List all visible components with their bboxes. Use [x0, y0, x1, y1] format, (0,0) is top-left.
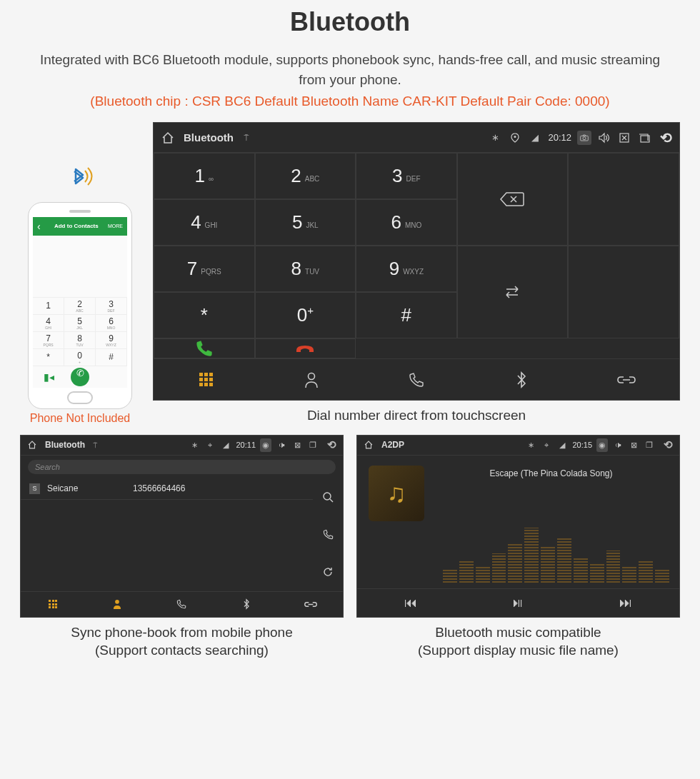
- music-column: A2DP ∗ ⌖ ◢ 20:15 ◉ 🕩 ⊠ ❐ ⟲ ♫ Escape (The…: [356, 435, 680, 660]
- key-7[interactable]: 7PQRS: [154, 246, 255, 292]
- nav-call-log[interactable]: [364, 359, 469, 400]
- nav-keypad[interactable]: [21, 592, 85, 617]
- more-label: MORE: [108, 223, 123, 228]
- status-title: Bluetooth: [184, 131, 234, 144]
- page-header: Bluetooth Integrated with BC6 Bluetooth …: [0, 0, 700, 118]
- phone-key-8: 8TUV: [64, 332, 96, 349]
- backspace-button[interactable]: [457, 153, 569, 246]
- wifi-icon: ◢: [220, 441, 231, 450]
- phonebook-caption: Sync phone-book from mobile phone(Suppor…: [20, 623, 344, 660]
- nav-link[interactable]: [279, 592, 343, 617]
- contact-row[interactable]: S Seicane 13566664466: [21, 478, 313, 500]
- volume-icon[interactable]: [597, 132, 611, 144]
- key-4[interactable]: 4GHI: [154, 199, 255, 246]
- phone-key-3: 3DEF: [96, 298, 127, 315]
- phonebook-screen: Bluetooth ⍑ ∗ ⌖ ◢ 20:11 ◉ 🕩 ⊠ ❐ ⟲ Search…: [20, 435, 344, 618]
- refresh-icon[interactable]: [322, 558, 334, 586]
- status-bar: A2DP ∗ ⌖ ◢ 20:15 ◉ 🕩 ⊠ ❐ ⟲: [357, 436, 679, 456]
- recent-apps-icon[interactable]: ❐: [644, 441, 655, 450]
- empty-cell: [568, 153, 679, 246]
- close-icon[interactable]: [617, 132, 631, 144]
- album-art: ♫: [369, 466, 424, 521]
- phone-column: ‹ Add to Contacts MORE 12ABC3DEF4GHI5JKL…: [20, 162, 140, 425]
- back-chevron-icon: ‹: [37, 221, 41, 232]
- nav-bluetooth[interactable]: [214, 592, 279, 617]
- back-icon[interactable]: ⟲: [662, 438, 674, 451]
- contact-list: S Seicane 13566664466: [21, 478, 313, 591]
- previous-button[interactable]: ⏮: [394, 591, 427, 615]
- volume-icon[interactable]: 🕩: [276, 441, 287, 449]
- back-icon[interactable]: ⟲: [326, 438, 337, 451]
- back-icon[interactable]: ⟲: [660, 129, 672, 146]
- clock: 20:11: [236, 441, 256, 449]
- next-button[interactable]: ⏭: [609, 591, 642, 615]
- nav-call-log[interactable]: [149, 592, 214, 617]
- phone-key-#: #: [96, 349, 127, 366]
- hangup-button[interactable]: [255, 338, 356, 358]
- key-0[interactable]: 0+: [255, 292, 356, 338]
- recent-apps-icon[interactable]: ❐: [307, 441, 319, 450]
- phone-key-2: 2ABC: [64, 298, 96, 315]
- bluetooth-status-icon: ∗: [488, 132, 502, 143]
- phonebook-column: Bluetooth ⍑ ∗ ⌖ ◢ 20:11 ◉ 🕩 ⊠ ❐ ⟲ Search…: [20, 435, 344, 660]
- location-icon: [508, 133, 522, 143]
- contact-number: 13566664466: [133, 483, 185, 493]
- key-8[interactable]: 8TUV: [255, 246, 356, 292]
- key-*[interactable]: *: [154, 292, 255, 338]
- swap-button[interactable]: [457, 246, 569, 338]
- camera-icon[interactable]: [577, 131, 591, 145]
- phone-key-9: 9WXYZ: [96, 332, 127, 349]
- svg-point-2: [583, 136, 586, 139]
- key-6[interactable]: 6MNO: [356, 199, 457, 246]
- play-pause-button[interactable]: ⏯: [501, 591, 534, 615]
- call-button[interactable]: [154, 338, 255, 358]
- page-specs: (Bluetooth chip : CSR BC6 Default Blueto…: [29, 94, 671, 109]
- player-controls: ⏮ ⏯ ⏭: [357, 588, 679, 617]
- phone-key-5: 5JKL: [64, 315, 96, 332]
- key-2[interactable]: 2ABC: [255, 153, 356, 199]
- close-icon[interactable]: ⊠: [628, 441, 639, 450]
- phone-mockup: ‹ Add to Contacts MORE 12ABC3DEF4GHI5JKL…: [28, 202, 132, 409]
- svg-point-6: [324, 493, 331, 500]
- usb-icon: ⍑: [239, 132, 254, 143]
- bottom-nav: [21, 591, 343, 617]
- music-screen: A2DP ∗ ⌖ ◢ 20:15 ◉ 🕩 ⊠ ❐ ⟲ ♫ Escape (The…: [356, 435, 680, 618]
- music-note-icon: ♫: [387, 478, 406, 508]
- phone-key-4: 4GHI: [33, 315, 64, 332]
- close-icon[interactable]: ⊠: [291, 441, 303, 450]
- volume-icon[interactable]: 🕩: [612, 441, 624, 449]
- location-icon: ⌖: [204, 441, 216, 450]
- phone-key-0: 0+: [64, 349, 96, 366]
- dialer-column: Bluetooth ⍑ ∗ ◢ 20:12 ⟲ 1∞2ABC3DEF4GHI5J…: [153, 122, 680, 425]
- search-input[interactable]: Search: [28, 460, 336, 474]
- home-icon[interactable]: [161, 131, 175, 145]
- nav-keypad[interactable]: [154, 359, 259, 400]
- camera-icon[interactable]: ◉: [260, 438, 271, 452]
- call-icon[interactable]: [323, 521, 334, 549]
- svg-point-7: [115, 600, 119, 604]
- nav-contacts[interactable]: [85, 592, 149, 617]
- home-icon[interactable]: [363, 440, 374, 450]
- key-5[interactable]: 5JKL: [255, 199, 356, 246]
- usb-icon: ⍑: [89, 441, 101, 449]
- phone-not-included-label: Phone Not Included: [20, 412, 140, 425]
- bottom-nav: [154, 358, 679, 400]
- nav-link[interactable]: [574, 359, 679, 400]
- camera-icon[interactable]: ◉: [596, 438, 608, 452]
- search-icon[interactable]: [322, 483, 334, 511]
- phone-key-*: *: [33, 349, 64, 366]
- contact-badge: S: [29, 483, 40, 494]
- dialer-screen: Bluetooth ⍑ ∗ ◢ 20:12 ⟲ 1∞2ABC3DEF4GHI5J…: [153, 122, 680, 401]
- key-9[interactable]: 9WXYZ: [356, 246, 457, 292]
- key-1[interactable]: 1∞: [154, 153, 255, 199]
- nav-bluetooth[interactable]: [469, 359, 574, 400]
- svg-point-0: [514, 136, 516, 138]
- status-bar: Bluetooth ⍑ ∗ ⌖ ◢ 20:11 ◉ 🕩 ⊠ ❐ ⟲: [21, 436, 343, 456]
- key-#[interactable]: #: [356, 292, 457, 338]
- nav-contacts[interactable]: [259, 359, 364, 400]
- key-3[interactable]: 3DEF: [356, 153, 457, 199]
- home-button: [67, 391, 93, 404]
- recent-apps-icon[interactable]: [637, 133, 651, 143]
- home-icon[interactable]: [26, 440, 38, 450]
- phone-key-1: 1: [33, 298, 64, 315]
